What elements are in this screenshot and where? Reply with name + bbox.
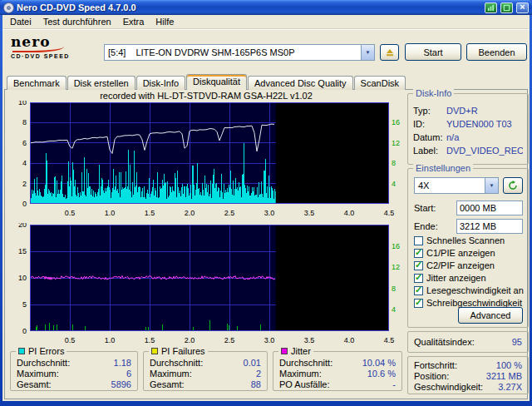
panel-title: Jitter	[291, 346, 311, 356]
svg-text:10: 10	[18, 274, 27, 282]
checkbox-c1-pie-anzeigen[interactable]: C1/PIE anzeigen	[414, 248, 524, 258]
panel-pi-errors: PI Errors Durchschnitt:1.18 Maximum:6 Ge…	[10, 351, 138, 391]
eject-button[interactable]	[380, 44, 399, 61]
stat-row: Durchschnitt:1.18	[11, 358, 137, 369]
svg-text:10: 10	[18, 101, 27, 106]
checkbox-lesegeschwindigkeit[interactable]: Lesegeschwindigkeit anzeigen	[414, 285, 524, 295]
group-qualitaetsindex: Qualitätsindex: 95	[407, 331, 529, 353]
end-input[interactable]	[456, 219, 523, 234]
svg-text:8: 8	[392, 159, 396, 167]
checkbox-schnelles-scannen[interactable]: Schnelles Scannen	[414, 235, 524, 245]
quality-index-row: Qualitätsindex: 95	[408, 332, 528, 352]
stat-row: Maximum:10.6 %	[273, 369, 401, 379]
eject-icon	[385, 48, 395, 57]
svg-text:12: 12	[392, 139, 400, 147]
disk-info-row: Typ:DVD+R	[408, 104, 528, 117]
drive-select[interactable]: [5:4] LITE-ON DVDRW SHM-165P6S MS0P	[104, 44, 375, 61]
tab-disk-erstellen[interactable]: Disk erstellen	[67, 76, 135, 90]
maximize-button[interactable]	[500, 2, 513, 13]
svg-text:0: 0	[22, 327, 27, 335]
svg-text:3.0: 3.0	[264, 209, 275, 217]
menu-item-test-durchfuehren[interactable]: Test durchführen	[37, 16, 117, 27]
start-button[interactable]: Start	[405, 43, 461, 61]
svg-text:4: 4	[392, 180, 396, 188]
checkbox-icon[interactable]	[414, 236, 423, 245]
tab-diskqualitaet[interactable]: Diskqualität	[186, 74, 247, 90]
pi-failures-legend-icon	[151, 348, 158, 354]
quality-index-value: 95	[512, 332, 522, 352]
drive-name: LITE-ON DVDRW SHM-165P6S MS0P	[135, 47, 294, 57]
group-einstellungen: Einstellungen 4X Start: Ende:	[407, 168, 529, 328]
group-fortschritt: Fortschritt:100 % Position:3211 MB Gesch…	[407, 356, 529, 394]
menu-item-hilfe[interactable]: Hilfe	[150, 16, 180, 27]
checkbox-label: C1/PIE anzeigen	[426, 248, 495, 258]
menu-item-datei[interactable]: Datei	[4, 16, 37, 27]
checkbox-icon[interactable]	[414, 261, 423, 270]
checkbox-label: C2/PIF anzeigen	[426, 260, 495, 270]
svg-text:1.0: 1.0	[105, 209, 116, 217]
pi-failures-jitter-chart: 201510501612840.51.01.52.02.53.03.54.04.…	[8, 223, 406, 349]
minimize-button[interactable]	[485, 2, 497, 13]
window-glyph-icon	[503, 4, 510, 12]
checkbox-jitter-anzeigen[interactable]: Jitter anzeigen	[414, 273, 524, 283]
group-disk-info: Disk-Info Typ:DVD+R ID:YUDEN000 T03 Datu…	[407, 93, 529, 165]
stat-row: Durchschnitt:10.04 %	[273, 358, 401, 369]
advanced-button[interactable]: Advanced	[458, 307, 523, 324]
recorded-with-label: recorded with HL-DT-STDVD-RAM GSA-H22L v…	[5, 91, 407, 101]
checkbox-label: Jitter anzeigen	[426, 273, 486, 283]
stat-row: Gesamt:88	[144, 379, 267, 390]
svg-text:4.5: 4.5	[384, 209, 395, 217]
progress-row: Fortschritt:100 %	[408, 360, 528, 371]
svg-text:5: 5	[22, 300, 27, 309]
svg-text:1.5: 1.5	[145, 209, 155, 217]
quit-button[interactable]: Beenden	[466, 43, 527, 61]
disk-info-row: ID:YUDEN000 T03	[408, 117, 528, 131]
tab-scandisk[interactable]: ScanDisk	[354, 76, 406, 90]
svg-text:4.5: 4.5	[384, 336, 395, 344]
tab-page-diskqualitaet: recorded with HL-DT-STDVD-RAM GSA-H22L v…	[4, 89, 528, 399]
checkbox-icon[interactable]	[414, 299, 423, 308]
nero-logo: nero CD·DVD SPEED	[11, 35, 101, 59]
svg-text:15: 15	[18, 247, 27, 255]
refresh-button[interactable]	[503, 177, 523, 194]
chevron-down-icon[interactable]	[485, 178, 498, 193]
start-input[interactable]	[456, 201, 523, 215]
stat-row: Maximum:6	[11, 369, 137, 379]
progress-row: Geschwindigkeit:3.27X	[408, 382, 528, 393]
group-title: Disk-Info	[413, 88, 454, 98]
app-icon	[3, 2, 14, 13]
titlebar[interactable]: Nero CD-DVD Speed 4.7.0.0	[0, 0, 532, 15]
close-button[interactable]	[516, 2, 529, 13]
jitter-legend-icon	[281, 348, 288, 354]
svg-text:2.5: 2.5	[224, 336, 235, 344]
checkbox-icon[interactable]	[414, 249, 423, 258]
stat-row: Gesamt:5896	[11, 379, 137, 390]
checkbox-icon[interactable]	[414, 286, 423, 295]
end-field-label: Ende:	[414, 221, 438, 231]
svg-text:0.5: 0.5	[65, 209, 76, 217]
svg-text:3.5: 3.5	[304, 336, 315, 344]
stat-row: Durchschnitt:0.01	[144, 358, 267, 369]
speed-value: 4X	[418, 181, 429, 191]
svg-text:8: 8	[22, 118, 27, 126]
checkbox-c2-pif-anzeigen[interactable]: C2/PIF anzeigen	[414, 260, 524, 270]
quality-index-label: Qualitätsindex:	[414, 332, 475, 352]
speed-select[interactable]: 4X	[414, 177, 499, 194]
svg-text:3.0: 3.0	[264, 336, 275, 344]
sidebar: Disk-Info Typ:DVD+R ID:YUDEN000 T03 Datu…	[407, 93, 529, 399]
menu-item-extra[interactable]: Extra	[117, 16, 150, 27]
tab-benchmark[interactable]: Benchmark	[7, 76, 66, 90]
tab-advanced-disc-quality[interactable]: Advanced Disc Quality	[248, 76, 353, 90]
window-title: Nero CD-DVD Speed 4.7.0.0	[17, 2, 481, 12]
svg-text:16: 16	[392, 242, 400, 250]
svg-text:0.5: 0.5	[65, 336, 76, 344]
svg-text:8: 8	[392, 285, 396, 293]
start-field-label: Start:	[414, 203, 436, 213]
tab-disk-info[interactable]: Disk-Info	[136, 76, 185, 90]
svg-text:2.0: 2.0	[185, 336, 195, 344]
svg-text:1.0: 1.0	[105, 336, 116, 344]
chevron-down-icon[interactable]	[361, 45, 374, 60]
tab-bar: Benchmark Disk erstellen Disk-Info Diskq…	[2, 72, 530, 89]
progress-row: Position:3211 MB	[408, 371, 528, 382]
checkbox-icon[interactable]	[414, 274, 423, 283]
